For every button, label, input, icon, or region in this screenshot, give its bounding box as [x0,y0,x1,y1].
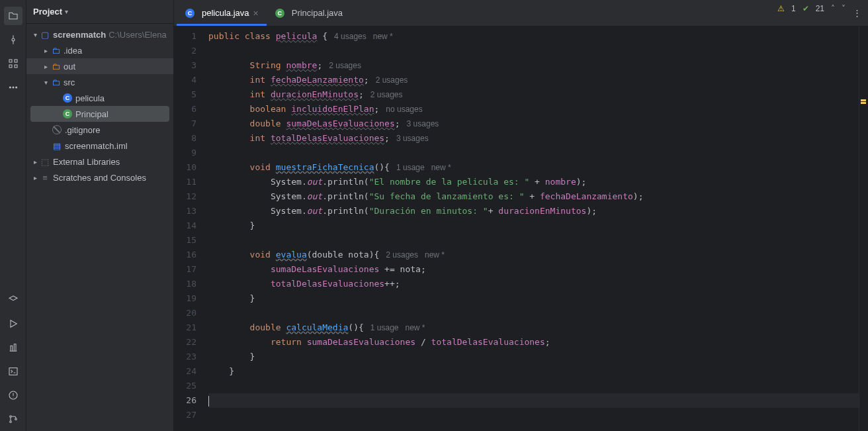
terminal-tool-icon[interactable] [4,362,22,381]
project-title: Project [33,7,62,17]
tree-src[interactable]: ▾ 🗀 src [26,74,173,90]
chevron-right-icon: ▸ [41,47,50,54]
code-token: duracionEnMinutos [498,206,586,216]
code-token: void [208,250,276,260]
inlay-hint: 2 usages [364,90,403,99]
code-token: / [415,337,431,347]
code-token: return [208,337,307,347]
error-stripe[interactable] [859,26,868,431]
tab-pelicula[interactable]: C pelicula.java × [177,0,267,26]
chevron-right-icon: ▸ [41,63,50,70]
chevron-up-icon[interactable]: ˄ [831,4,835,13]
code-area[interactable]: public class pelicula { 4 usages new * S… [203,26,859,431]
inlay-hint: 2 usages [322,61,361,70]
code-token: nombre [545,177,576,187]
line-gutter: 1234567891011121314151617181920212223242… [174,26,203,431]
vcs-tool-icon[interactable] [4,410,22,428]
chevron-down-icon: ▾ [65,8,68,15]
scratch-icon: ≡ [40,173,50,183]
editor-tabs: C pelicula.java × C Principal.java ⋮ [174,0,868,26]
tab-overflow-menu[interactable]: ⋮ [846,0,868,26]
tree-label: Scratches and Consoles [53,173,146,183]
code-token: muestraFichaTecnica [276,162,374,172]
code-token: .println( [322,206,369,216]
class-icon: C [275,9,285,18]
code-token: System. [208,177,307,187]
code-token: totalDelasEvaluaciones [431,337,545,347]
code-token: "El nombre de la pelicula es: " [369,177,530,187]
commit-tool-icon[interactable] [4,30,22,49]
run-tool-icon[interactable] [4,314,22,333]
code-token: double [208,119,286,128]
library-icon: ⬚ [40,157,50,167]
tree-label: screenmatch [53,30,106,40]
code-token: out [307,177,322,187]
code-token: } [208,220,255,230]
folder-icon: 🗀 [50,46,61,56]
code-token: .println( [322,177,369,187]
tree-path: C:\Users\Elena [108,30,166,40]
code-token: out [307,206,322,216]
tree-scratches[interactable]: ▸ ≡ Scratches and Consoles [26,169,173,185]
tree-idea[interactable]: ▸ 🗀 .idea [26,42,173,58]
code-token: "Duración en minutos: " [369,206,488,216]
tree-out[interactable]: ▸ 🗀 out [26,58,173,74]
code-token: pelicula [276,31,318,41]
tree-file-pelicula[interactable]: C pelicula [26,90,173,106]
inlay-hint: 3 usages [400,119,439,128]
tree-label: pelicula [75,93,105,103]
folder-icon: 🗀 [50,77,61,87]
inlay-hint: 1 usage new * [364,323,425,332]
chevron-down-icon[interactable]: ˅ [842,4,846,13]
code-token: sumaDeLasEvaluaciones [307,337,415,347]
code-token: duracionEnMinutos [271,89,359,99]
warning-marker[interactable] [861,99,866,101]
tab-principal[interactable]: C Principal.java [267,0,351,26]
code-token: int [208,133,271,143]
more-tool-icon[interactable] [4,78,22,97]
build-tool-icon[interactable] [4,338,22,357]
code-token: nombre [286,60,317,70]
tree-external[interactable]: ▸ ⬚ External Libraries [26,154,173,169]
code-token: int [208,75,271,85]
tree-label: External Libraries [53,157,120,167]
inlay-hint: no usages [379,105,422,114]
project-panel: Project ▾ ▾ ▢ screenmatch C:\Users\Elena… [26,0,174,431]
code-token: + [524,191,539,201]
warning-count: 1 [791,4,796,13]
tree-label: .idea [64,46,82,56]
code-token [208,279,271,289]
code-token: } [208,293,255,303]
project-tool-icon[interactable] [4,7,22,25]
problems-tool-icon[interactable] [4,386,22,405]
code-token: .println( [322,191,369,201]
tree-root[interactable]: ▾ ▢ screenmatch C:\Users\Elena [26,26,173,42]
close-icon[interactable]: × [253,8,259,19]
svg-rect-8 [9,368,17,375]
code-token: + [529,177,544,187]
services-tool-icon[interactable] [4,291,22,309]
code-token: boolean [208,104,291,114]
code-token: evalua [276,250,307,260]
project-header[interactable]: Project ▾ [26,0,173,24]
main-area: C pelicula.java × C Principal.java ⋮ ⚠1 … [174,0,868,431]
code-token: ; [545,337,550,347]
svg-point-12 [15,418,17,420]
svg-rect-2 [15,60,17,62]
code-token: int [208,89,271,99]
class-icon: C [185,9,195,18]
inspection-status[interactable]: ⚠1 ✔21 ˄ ˅ [777,4,846,13]
svg-point-0 [12,38,15,41]
code-token [208,264,271,274]
text-caret [208,396,209,407]
code-editor[interactable]: 1234567891011121314151617181920212223242… [174,26,868,431]
chevron-right-icon: ▸ [30,158,40,166]
tree-file-principal[interactable]: C Principal [30,106,169,122]
code-token: System. [208,206,307,216]
warning-marker[interactable] [861,102,866,104]
code-token: ; [364,75,369,85]
tree-iml[interactable]: ▤ screenmatch.iml [26,138,173,154]
structure-tool-icon[interactable] [4,54,22,73]
tree-gitignore[interactable]: .gitignore [26,122,173,138]
ok-count: 21 [816,4,824,13]
